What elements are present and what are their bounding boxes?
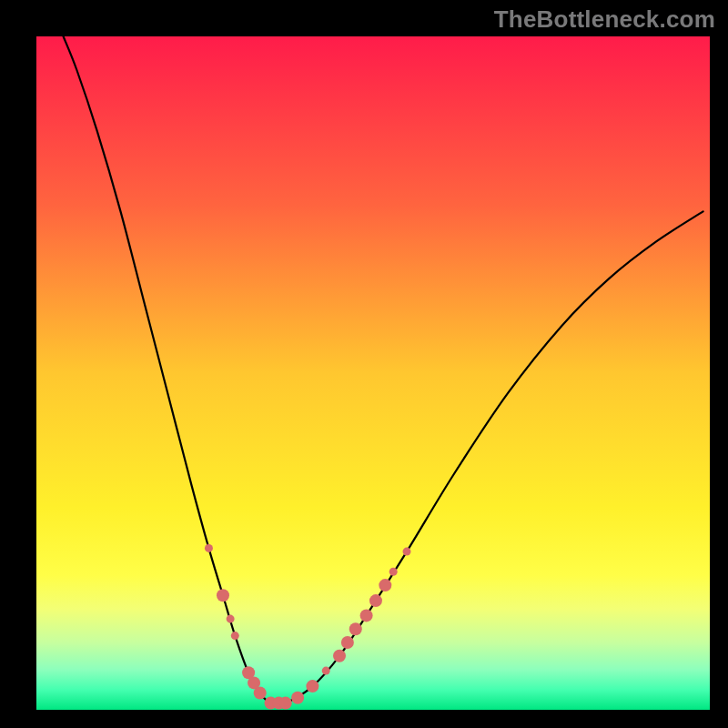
marker-dot xyxy=(369,594,382,607)
watermark-text: TheBottleneck.com xyxy=(494,5,715,34)
marker-dot xyxy=(379,579,391,592)
marker-dot xyxy=(217,589,229,602)
marker-dot xyxy=(205,544,213,552)
marker-dot xyxy=(403,548,411,556)
marker-dot xyxy=(349,622,362,635)
marker-dot xyxy=(360,609,373,622)
marker-dot xyxy=(231,632,239,640)
marker-dot xyxy=(254,687,267,700)
marker-dot xyxy=(227,615,235,623)
gradient-background xyxy=(36,36,710,710)
marker-dot xyxy=(306,680,318,693)
marker-dot xyxy=(322,667,330,675)
marker-dot xyxy=(291,692,304,704)
marker-dot xyxy=(279,697,292,710)
chart-svg xyxy=(36,36,710,710)
marker-dot xyxy=(333,650,346,662)
marker-dot xyxy=(389,568,398,576)
plot-area xyxy=(36,36,710,710)
chart-frame: TheBottleneck.com xyxy=(0,0,728,728)
marker-dot xyxy=(341,636,354,649)
